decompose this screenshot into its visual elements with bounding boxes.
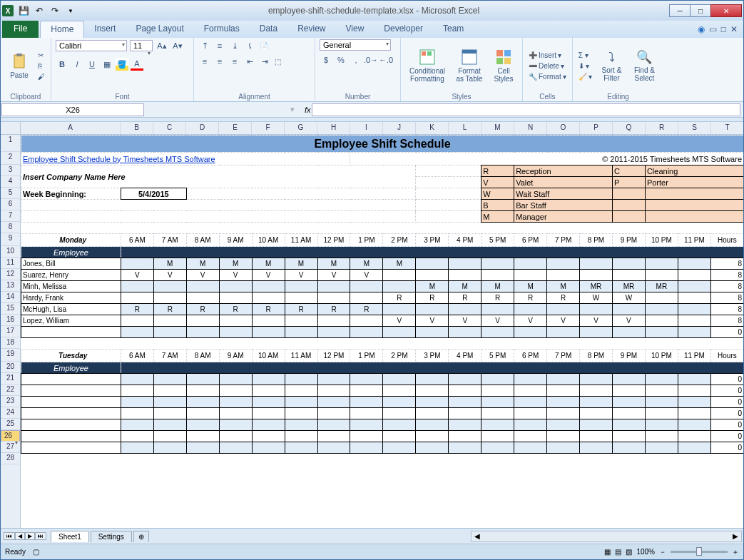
col-header-A[interactable]: A xyxy=(21,122,121,134)
font-name-select[interactable]: Calibri xyxy=(56,40,127,51)
ribbon-restore-icon[interactable]: □ xyxy=(721,24,726,34)
shift-cell[interactable] xyxy=(317,292,350,304)
close-button[interactable]: ✕ xyxy=(710,4,742,17)
shift-cell[interactable] xyxy=(383,304,416,315)
employee-name[interactable] xyxy=(21,408,121,419)
shift-cell[interactable]: V xyxy=(416,315,449,327)
cut-button[interactable]: ✂ xyxy=(36,51,46,60)
shift-cell[interactable] xyxy=(645,419,678,431)
shift-cell[interactable] xyxy=(612,431,645,442)
shift-cell[interactable]: V xyxy=(612,315,645,327)
column-headers[interactable]: ABCDEFGHIJKLMNOPQRST xyxy=(21,122,743,135)
help-icon[interactable]: ◉ xyxy=(698,24,705,34)
col-header-S[interactable]: S xyxy=(678,122,711,134)
tab-developer[interactable]: Developer xyxy=(374,21,433,38)
currency-icon[interactable]: $ xyxy=(320,54,332,66)
shift-cell[interactable] xyxy=(153,292,186,304)
row-header-22[interactable]: 22 xyxy=(1,385,20,396)
zoom-in-button[interactable]: ＋ xyxy=(732,547,739,557)
shift-cell[interactable] xyxy=(678,442,710,454)
shift-cell[interactable] xyxy=(678,397,710,408)
shift-cell[interactable]: R xyxy=(416,292,449,304)
shift-cell[interactable] xyxy=(580,258,613,270)
employee-name[interactable] xyxy=(21,374,121,385)
row-header-7[interactable]: 7 xyxy=(1,210,20,222)
shift-cell[interactable] xyxy=(153,397,186,408)
row-header-4[interactable]: 4 xyxy=(1,176,20,188)
employee-name[interactable]: Minh, Melissa xyxy=(21,281,121,292)
shift-cell[interactable] xyxy=(350,292,383,304)
row-header-19[interactable]: 19 xyxy=(1,349,20,362)
tab-nav-last[interactable]: ⏭ xyxy=(35,532,46,540)
shift-cell[interactable]: V xyxy=(481,315,514,327)
row-header-13[interactable]: 13 xyxy=(1,280,20,292)
align-right-icon[interactable]: ≡ xyxy=(228,55,241,68)
format-as-table-button[interactable]: Format as Table xyxy=(452,39,486,92)
shift-cell[interactable]: W xyxy=(612,292,645,304)
row-header-5[interactable]: 5 xyxy=(1,188,20,199)
shift-cell[interactable] xyxy=(350,385,383,397)
shift-cell[interactable]: M xyxy=(514,281,547,292)
shift-cell[interactable] xyxy=(514,431,547,442)
shift-cell[interactable] xyxy=(547,431,580,442)
shift-cell[interactable] xyxy=(153,374,186,385)
shift-cell[interactable] xyxy=(252,408,285,419)
shift-cell[interactable] xyxy=(317,419,350,431)
shift-cell[interactable] xyxy=(481,270,514,281)
shift-cell[interactable]: MR xyxy=(612,281,645,292)
shift-cell[interactable]: V xyxy=(383,315,416,327)
shift-cell[interactable] xyxy=(580,270,613,281)
shift-cell[interactable] xyxy=(350,431,383,442)
sheet-tab-active[interactable]: Sheet1 xyxy=(51,531,89,542)
format-cells-button[interactable]: 🔧 Format ▾ xyxy=(527,72,568,81)
shift-cell[interactable]: V xyxy=(580,315,613,327)
row-header-9[interactable]: 9 xyxy=(1,233,20,246)
shift-cell[interactable]: R xyxy=(383,292,416,304)
shift-cell[interactable] xyxy=(252,431,285,442)
shift-cell[interactable] xyxy=(416,442,449,454)
shift-cell[interactable] xyxy=(252,419,285,431)
tab-data[interactable]: Data xyxy=(250,21,287,38)
shift-cell[interactable] xyxy=(153,408,186,419)
shift-cell[interactable] xyxy=(121,315,153,327)
shift-cell[interactable]: V xyxy=(121,270,153,281)
shift-cell[interactable]: V xyxy=(547,315,580,327)
shift-cell[interactable]: M xyxy=(416,281,449,292)
italic-button[interactable]: I xyxy=(71,58,83,71)
shift-cell[interactable] xyxy=(252,442,285,454)
paste-button[interactable]: Paste xyxy=(5,39,34,92)
col-header-M[interactable]: M xyxy=(481,122,514,134)
shift-cell[interactable] xyxy=(678,281,710,292)
shift-cell[interactable] xyxy=(580,431,613,442)
shift-cell[interactable] xyxy=(678,270,710,281)
col-header-I[interactable]: I xyxy=(350,122,383,134)
shift-cell[interactable] xyxy=(678,419,710,431)
shift-cell[interactable] xyxy=(449,270,481,281)
shift-cell[interactable] xyxy=(350,315,383,327)
shift-cell[interactable]: R xyxy=(317,304,350,315)
shift-cell[interactable] xyxy=(449,327,481,338)
copy-button[interactable]: ⎘ xyxy=(36,61,46,71)
shift-cell[interactable] xyxy=(219,442,252,454)
select-all-corner[interactable] xyxy=(1,122,21,135)
shift-cell[interactable] xyxy=(449,431,481,442)
shift-cell[interactable]: R xyxy=(153,304,186,315)
shift-cell[interactable] xyxy=(514,397,547,408)
shift-cell[interactable] xyxy=(678,374,710,385)
shift-cell[interactable] xyxy=(153,327,186,338)
shift-cell[interactable] xyxy=(514,408,547,419)
shift-cell[interactable] xyxy=(285,292,317,304)
shift-cell[interactable] xyxy=(416,419,449,431)
shift-cell[interactable] xyxy=(481,374,514,385)
shift-cell[interactable] xyxy=(547,327,580,338)
underline-button[interactable]: U xyxy=(86,58,98,71)
shift-cell[interactable] xyxy=(121,281,153,292)
shift-cell[interactable]: V xyxy=(317,270,350,281)
shift-cell[interactable] xyxy=(678,431,710,442)
shift-cell[interactable] xyxy=(186,327,219,338)
tab-review[interactable]: Review xyxy=(287,21,335,38)
shift-cell[interactable]: R xyxy=(481,292,514,304)
attribution-link[interactable]: Employee Shift Schedule by Timesheets MT… xyxy=(21,153,350,166)
shift-cell[interactable] xyxy=(383,385,416,397)
shift-cell[interactable] xyxy=(153,419,186,431)
